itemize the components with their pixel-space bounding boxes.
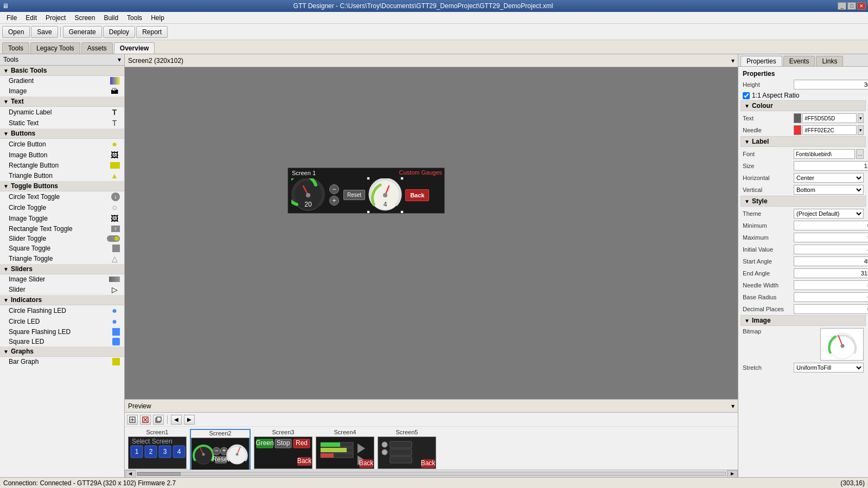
tool-square-led[interactable]: Square LED xyxy=(0,337,124,346)
colour-section-header[interactable]: ▼ Colour xyxy=(741,100,866,111)
maximum-input[interactable] xyxy=(794,233,868,242)
tool-circle-toggle[interactable]: Circle Toggle ○ xyxy=(0,202,124,213)
generate-button[interactable]: Generate xyxy=(63,26,102,38)
needle-color-dropdown[interactable]: ▾ xyxy=(858,125,864,135)
tab-overview[interactable]: Overview xyxy=(114,42,155,54)
minus-button[interactable]: − xyxy=(329,184,339,194)
initial-value-input[interactable] xyxy=(794,245,868,254)
menu-tools[interactable]: Tools xyxy=(123,13,146,23)
preview-screen-4[interactable]: Screen4 xyxy=(316,429,374,469)
section-toggle-buttons[interactable]: ▼ Toggle Buttons xyxy=(0,181,124,191)
section-sliders[interactable]: ▼ Sliders xyxy=(0,264,124,274)
vertical-select[interactable]: Bottom Top Center xyxy=(794,185,864,195)
tool-rect-text-toggle[interactable]: Rectangle Text Toggle T xyxy=(0,224,124,234)
font-input[interactable] xyxy=(794,149,855,159)
scroll-left-button[interactable]: ◀ xyxy=(125,470,136,478)
label-section-header[interactable]: ▼ Label xyxy=(741,136,866,147)
scroll-right-button[interactable]: ▶ xyxy=(727,470,738,478)
tab-legacy-tools[interactable]: Legacy Tools xyxy=(30,42,80,54)
back-button[interactable]: Back xyxy=(405,189,429,201)
plus-button[interactable]: + xyxy=(329,196,339,206)
font-browse-button[interactable]: … xyxy=(856,149,864,159)
end-angle-input[interactable] xyxy=(794,268,868,278)
close-button[interactable]: ✕ xyxy=(857,2,866,10)
needle-width-input[interactable] xyxy=(794,280,868,290)
minimum-input[interactable] xyxy=(794,221,868,230)
text-color-input[interactable] xyxy=(802,113,857,123)
prop-height-input[interactable]: 36 xyxy=(794,80,868,89)
tool-static-text[interactable]: Static Text T xyxy=(0,118,124,129)
section-graphs[interactable]: ▼ Graphs xyxy=(0,346,124,357)
tool-bar-graph[interactable]: Bar Graph xyxy=(0,357,124,367)
preview-add-button[interactable] xyxy=(127,415,138,425)
tool-image-slider[interactable]: Image Slider xyxy=(0,274,124,284)
horizontal-select[interactable]: Center Left Right xyxy=(794,173,864,183)
preview-screen-2[interactable]: Screen2 − + xyxy=(190,429,251,470)
tool-circle-led[interactable]: Circle LED ● xyxy=(0,316,124,327)
horizontal-scrollbar[interactable]: ◀ ▶ xyxy=(125,470,738,477)
section-indicators[interactable]: ▼ Indicators xyxy=(0,295,124,305)
tool-circle-button[interactable]: Circle Button ● xyxy=(0,139,124,150)
tool-image-toggle[interactable]: Image Toggle 🖼 xyxy=(0,213,124,224)
preview-prev-button[interactable]: ◀ xyxy=(171,415,182,425)
scroll-thumb[interactable] xyxy=(137,472,181,476)
image-section-header[interactable]: ▼ Image xyxy=(741,315,866,326)
canvas-area[interactable]: Screen 1 Custom Gauges xyxy=(125,67,738,399)
tool-gradient[interactable]: Gradient xyxy=(0,76,124,86)
tool-slider[interactable]: Slider ▷ xyxy=(0,284,124,295)
menu-project[interactable]: Project xyxy=(41,13,70,23)
style-section-header[interactable]: ▼ Style xyxy=(741,196,866,207)
tool-dynamic-label[interactable]: Dynamic Label T xyxy=(0,107,124,118)
tool-triangle-toggle[interactable]: Triangle Toggle △ xyxy=(0,253,124,264)
tool-triangle-button[interactable]: Triangle Button ▲ xyxy=(0,170,124,181)
menu-edit[interactable]: Edit xyxy=(21,13,41,23)
tab-properties[interactable]: Properties xyxy=(741,56,782,66)
section-text[interactable]: ▼ Text xyxy=(0,97,124,107)
preview-screen-1[interactable]: Screen1 Select Screen 1 2 3 xyxy=(128,429,187,469)
report-button[interactable]: Report xyxy=(136,26,168,38)
stretch-select[interactable]: UniformToFill Uniform Fill None xyxy=(794,363,864,373)
tool-rectangle-button[interactable]: Rectangle Button xyxy=(0,160,124,170)
menu-screen[interactable]: Screen xyxy=(70,13,99,23)
theme-select[interactable]: (Project Default) xyxy=(794,209,864,219)
tool-square-toggle[interactable]: Square Toggle xyxy=(0,243,124,253)
tab-assets[interactable]: Assets xyxy=(81,42,113,54)
tool-circle-flashing-led[interactable]: Circle Flashing LED ● xyxy=(0,305,124,316)
deploy-button[interactable]: Deploy xyxy=(103,26,135,38)
start-angle-input[interactable] xyxy=(794,256,868,266)
tool-slider-toggle[interactable]: Slider Toggle xyxy=(0,234,124,243)
menu-help[interactable]: Help xyxy=(146,13,169,23)
text-color-swatch[interactable] xyxy=(794,113,801,123)
section-basic-tools[interactable]: ▼ Basic Tools xyxy=(0,66,124,76)
tool-square-flashing-led[interactable]: Square Flashing LED xyxy=(0,327,124,337)
preview-screen-3[interactable]: Screen3 Green Stop Red Back xyxy=(254,429,312,469)
section-buttons[interactable]: ▼ Buttons xyxy=(0,129,124,139)
preview-dropdown-icon[interactable]: ▾ xyxy=(731,402,735,410)
preview-delete-button[interactable] xyxy=(140,415,151,425)
needle-color-input[interactable] xyxy=(802,125,857,135)
size-input[interactable] xyxy=(794,161,868,171)
tool-image[interactable]: Image 🏔 xyxy=(0,86,124,97)
preview-next-button[interactable]: ▶ xyxy=(184,415,195,425)
text-color-dropdown[interactable]: ▾ xyxy=(858,113,864,123)
menu-file[interactable]: File xyxy=(2,13,21,23)
decimal-places-input[interactable] xyxy=(794,304,868,314)
minimize-button[interactable]: _ xyxy=(838,2,846,10)
aspect-ratio-checkbox[interactable] xyxy=(743,92,750,99)
open-button[interactable]: Open xyxy=(2,26,30,38)
needle-color-swatch[interactable] xyxy=(794,125,801,135)
base-radius-input[interactable] xyxy=(794,292,868,302)
reset-button[interactable]: Reset xyxy=(343,190,365,200)
save-button[interactable]: Save xyxy=(31,26,58,38)
canvas-dropdown-icon[interactable]: ▾ xyxy=(731,57,735,65)
tool-image-button[interactable]: Image Button 🖼 xyxy=(0,150,124,160)
maximize-button[interactable]: □ xyxy=(847,2,856,10)
tool-circle-text-toggle[interactable]: Circle Text Toggle 1 xyxy=(0,191,124,202)
tab-tools[interactable]: Tools xyxy=(2,42,29,54)
menu-build[interactable]: Build xyxy=(99,13,123,23)
scroll-track[interactable] xyxy=(137,472,726,476)
preview-copy-button[interactable] xyxy=(153,415,164,425)
tab-links[interactable]: Links xyxy=(816,56,843,66)
tab-events[interactable]: Events xyxy=(783,56,815,66)
preview-screen-5[interactable]: Screen5 Back xyxy=(378,429,436,469)
